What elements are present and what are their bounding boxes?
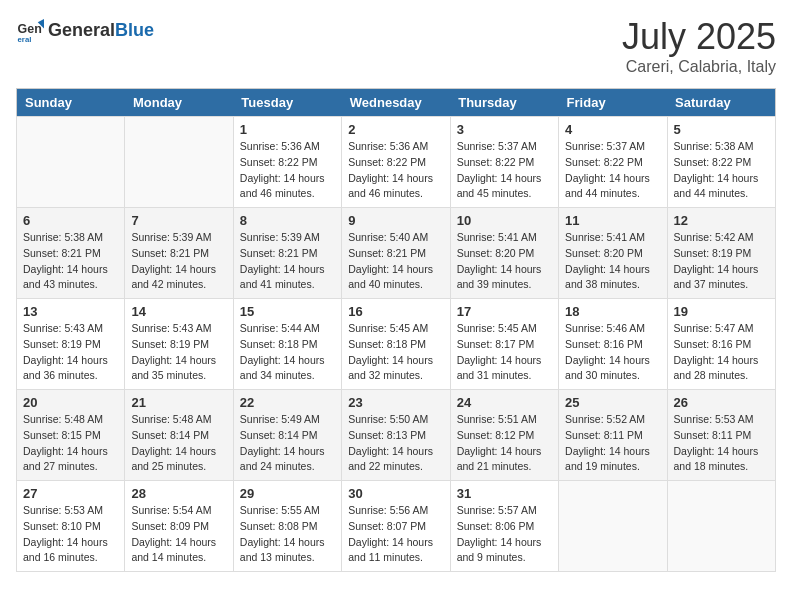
day-info: Sunrise: 5:48 AMSunset: 8:15 PMDaylight:…: [23, 412, 118, 475]
calendar-cell: 25Sunrise: 5:52 AMSunset: 8:11 PMDayligh…: [559, 390, 667, 481]
calendar-week-row: 20Sunrise: 5:48 AMSunset: 8:15 PMDayligh…: [17, 390, 776, 481]
day-number: 20: [23, 395, 118, 410]
calendar-cell: 8Sunrise: 5:39 AMSunset: 8:21 PMDaylight…: [233, 208, 341, 299]
day-number: 8: [240, 213, 335, 228]
day-number: 24: [457, 395, 552, 410]
calendar-cell: 2Sunrise: 5:36 AMSunset: 8:22 PMDaylight…: [342, 117, 450, 208]
day-info: Sunrise: 5:54 AMSunset: 8:09 PMDaylight:…: [131, 503, 226, 566]
day-info: Sunrise: 5:46 AMSunset: 8:16 PMDaylight:…: [565, 321, 660, 384]
day-info: Sunrise: 5:41 AMSunset: 8:20 PMDaylight:…: [565, 230, 660, 293]
calendar-cell: 1Sunrise: 5:36 AMSunset: 8:22 PMDaylight…: [233, 117, 341, 208]
calendar-cell: 23Sunrise: 5:50 AMSunset: 8:13 PMDayligh…: [342, 390, 450, 481]
day-number: 12: [674, 213, 769, 228]
day-info: Sunrise: 5:42 AMSunset: 8:19 PMDaylight:…: [674, 230, 769, 293]
calendar-cell: 16Sunrise: 5:45 AMSunset: 8:18 PMDayligh…: [342, 299, 450, 390]
day-number: 14: [131, 304, 226, 319]
day-info: Sunrise: 5:49 AMSunset: 8:14 PMDaylight:…: [240, 412, 335, 475]
day-number: 23: [348, 395, 443, 410]
calendar-cell: [559, 481, 667, 572]
calendar-cell: 21Sunrise: 5:48 AMSunset: 8:14 PMDayligh…: [125, 390, 233, 481]
calendar-cell: 20Sunrise: 5:48 AMSunset: 8:15 PMDayligh…: [17, 390, 125, 481]
day-info: Sunrise: 5:37 AMSunset: 8:22 PMDaylight:…: [457, 139, 552, 202]
calendar-cell: 19Sunrise: 5:47 AMSunset: 8:16 PMDayligh…: [667, 299, 775, 390]
day-number: 13: [23, 304, 118, 319]
svg-text:eral: eral: [18, 35, 32, 44]
weekday-header: Friday: [559, 89, 667, 117]
calendar-cell: 26Sunrise: 5:53 AMSunset: 8:11 PMDayligh…: [667, 390, 775, 481]
month-title: July 2025: [622, 16, 776, 58]
day-number: 3: [457, 122, 552, 137]
location-title: Careri, Calabria, Italy: [622, 58, 776, 76]
day-number: 17: [457, 304, 552, 319]
day-number: 28: [131, 486, 226, 501]
logo-icon: Gen eral: [16, 16, 44, 44]
day-info: Sunrise: 5:55 AMSunset: 8:08 PMDaylight:…: [240, 503, 335, 566]
day-info: Sunrise: 5:43 AMSunset: 8:19 PMDaylight:…: [23, 321, 118, 384]
weekday-header: Thursday: [450, 89, 558, 117]
day-number: 10: [457, 213, 552, 228]
calendar-cell: 17Sunrise: 5:45 AMSunset: 8:17 PMDayligh…: [450, 299, 558, 390]
day-info: Sunrise: 5:45 AMSunset: 8:17 PMDaylight:…: [457, 321, 552, 384]
day-info: Sunrise: 5:39 AMSunset: 8:21 PMDaylight:…: [131, 230, 226, 293]
calendar-cell: 6Sunrise: 5:38 AMSunset: 8:21 PMDaylight…: [17, 208, 125, 299]
day-number: 18: [565, 304, 660, 319]
calendar-cell: 9Sunrise: 5:40 AMSunset: 8:21 PMDaylight…: [342, 208, 450, 299]
day-number: 25: [565, 395, 660, 410]
day-info: Sunrise: 5:57 AMSunset: 8:06 PMDaylight:…: [457, 503, 552, 566]
day-number: 1: [240, 122, 335, 137]
calendar-cell: [17, 117, 125, 208]
calendar-cell: 14Sunrise: 5:43 AMSunset: 8:19 PMDayligh…: [125, 299, 233, 390]
calendar-cell: [125, 117, 233, 208]
calendar-header-row: SundayMondayTuesdayWednesdayThursdayFrid…: [17, 89, 776, 117]
day-info: Sunrise: 5:39 AMSunset: 8:21 PMDaylight:…: [240, 230, 335, 293]
calendar-cell: 28Sunrise: 5:54 AMSunset: 8:09 PMDayligh…: [125, 481, 233, 572]
calendar-cell: 4Sunrise: 5:37 AMSunset: 8:22 PMDaylight…: [559, 117, 667, 208]
day-number: 15: [240, 304, 335, 319]
calendar-cell: 30Sunrise: 5:56 AMSunset: 8:07 PMDayligh…: [342, 481, 450, 572]
calendar-cell: 13Sunrise: 5:43 AMSunset: 8:19 PMDayligh…: [17, 299, 125, 390]
day-info: Sunrise: 5:50 AMSunset: 8:13 PMDaylight:…: [348, 412, 443, 475]
calendar-cell: [667, 481, 775, 572]
calendar-week-row: 6Sunrise: 5:38 AMSunset: 8:21 PMDaylight…: [17, 208, 776, 299]
day-info: Sunrise: 5:52 AMSunset: 8:11 PMDaylight:…: [565, 412, 660, 475]
calendar-cell: 11Sunrise: 5:41 AMSunset: 8:20 PMDayligh…: [559, 208, 667, 299]
day-info: Sunrise: 5:51 AMSunset: 8:12 PMDaylight:…: [457, 412, 552, 475]
day-number: 31: [457, 486, 552, 501]
calendar-cell: 5Sunrise: 5:38 AMSunset: 8:22 PMDaylight…: [667, 117, 775, 208]
logo-general: General: [48, 20, 115, 40]
day-number: 29: [240, 486, 335, 501]
day-info: Sunrise: 5:53 AMSunset: 8:10 PMDaylight:…: [23, 503, 118, 566]
calendar-cell: 29Sunrise: 5:55 AMSunset: 8:08 PMDayligh…: [233, 481, 341, 572]
day-info: Sunrise: 5:37 AMSunset: 8:22 PMDaylight:…: [565, 139, 660, 202]
calendar-cell: 7Sunrise: 5:39 AMSunset: 8:21 PMDaylight…: [125, 208, 233, 299]
day-info: Sunrise: 5:44 AMSunset: 8:18 PMDaylight:…: [240, 321, 335, 384]
calendar-cell: 22Sunrise: 5:49 AMSunset: 8:14 PMDayligh…: [233, 390, 341, 481]
title-block: July 2025 Careri, Calabria, Italy: [622, 16, 776, 76]
day-number: 30: [348, 486, 443, 501]
calendar-cell: 27Sunrise: 5:53 AMSunset: 8:10 PMDayligh…: [17, 481, 125, 572]
calendar-cell: 24Sunrise: 5:51 AMSunset: 8:12 PMDayligh…: [450, 390, 558, 481]
day-info: Sunrise: 5:41 AMSunset: 8:20 PMDaylight:…: [457, 230, 552, 293]
day-number: 27: [23, 486, 118, 501]
day-number: 2: [348, 122, 443, 137]
calendar-week-row: 13Sunrise: 5:43 AMSunset: 8:19 PMDayligh…: [17, 299, 776, 390]
day-info: Sunrise: 5:38 AMSunset: 8:22 PMDaylight:…: [674, 139, 769, 202]
calendar-table: SundayMondayTuesdayWednesdayThursdayFrid…: [16, 88, 776, 572]
calendar-cell: 31Sunrise: 5:57 AMSunset: 8:06 PMDayligh…: [450, 481, 558, 572]
weekday-header: Wednesday: [342, 89, 450, 117]
day-info: Sunrise: 5:48 AMSunset: 8:14 PMDaylight:…: [131, 412, 226, 475]
day-info: Sunrise: 5:36 AMSunset: 8:22 PMDaylight:…: [348, 139, 443, 202]
calendar-week-row: 27Sunrise: 5:53 AMSunset: 8:10 PMDayligh…: [17, 481, 776, 572]
weekday-header: Tuesday: [233, 89, 341, 117]
day-number: 16: [348, 304, 443, 319]
calendar-cell: 10Sunrise: 5:41 AMSunset: 8:20 PMDayligh…: [450, 208, 558, 299]
day-info: Sunrise: 5:47 AMSunset: 8:16 PMDaylight:…: [674, 321, 769, 384]
day-info: Sunrise: 5:56 AMSunset: 8:07 PMDaylight:…: [348, 503, 443, 566]
logo-blue: Blue: [115, 20, 154, 40]
day-number: 5: [674, 122, 769, 137]
day-info: Sunrise: 5:53 AMSunset: 8:11 PMDaylight:…: [674, 412, 769, 475]
day-info: Sunrise: 5:40 AMSunset: 8:21 PMDaylight:…: [348, 230, 443, 293]
calendar-cell: 15Sunrise: 5:44 AMSunset: 8:18 PMDayligh…: [233, 299, 341, 390]
weekday-header: Sunday: [17, 89, 125, 117]
weekday-header: Saturday: [667, 89, 775, 117]
